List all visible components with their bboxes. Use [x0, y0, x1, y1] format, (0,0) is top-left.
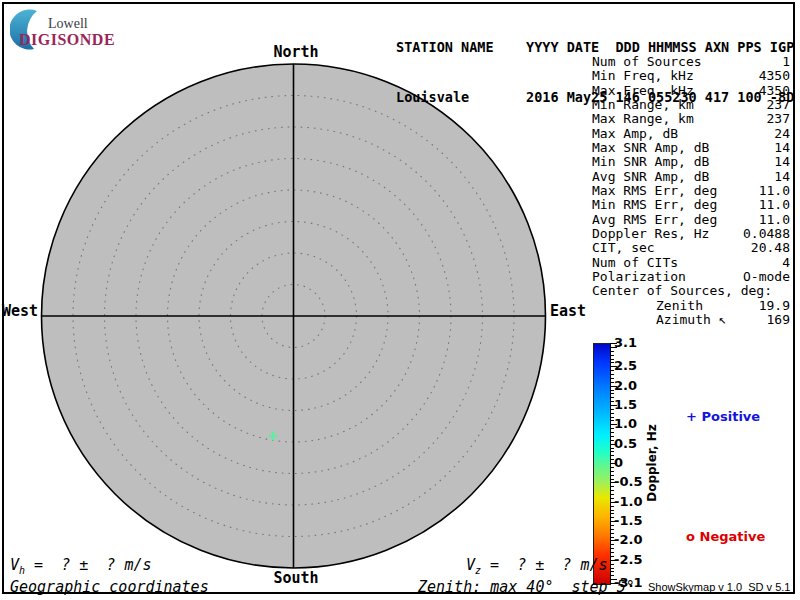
stat-value: O-mode: [743, 270, 790, 284]
stat-label: Doppler Res, Hz: [592, 227, 709, 241]
stat-row: Avg SNR Amp, dB 14: [592, 170, 790, 184]
measurement-stats-panel: Num of Sources 1 Min Freq, kHz 4350 Max …: [592, 55, 790, 327]
stat-row: Min Range, km 237: [592, 98, 790, 112]
colorbar-tick-label: -2.0: [614, 532, 642, 547]
stat-label: Num of CITs: [592, 256, 678, 270]
stat-row: Center of Sources, deg:: [592, 284, 790, 298]
stat-value: 11.0: [759, 213, 790, 227]
stat-value: 4350: [759, 69, 790, 83]
stat-row: Max Range, km 237: [592, 112, 790, 126]
colorbar-tick-label: 2.5: [614, 358, 637, 373]
stat-value: 19.9: [759, 299, 790, 313]
stat-value: 11.0: [759, 198, 790, 212]
legend-positive-label: Positive: [702, 409, 761, 424]
logo-text-lowell: Lowell: [48, 16, 88, 32]
stat-label: Avg RMS Err, deg: [592, 213, 717, 227]
stat-row: Min SNR Amp, dB 14: [592, 155, 790, 169]
stat-row: Doppler Res, Hz 0.0488: [592, 227, 790, 241]
stat-label: Azimuth ↖: [592, 313, 726, 327]
stat-row: Min Freq, kHz 4350: [592, 69, 790, 83]
stat-label: Max Amp, dB: [592, 127, 678, 141]
stat-value: 1: [782, 55, 790, 69]
stat-row: CIT, sec 20.48: [592, 241, 790, 255]
stat-value: 237: [767, 112, 790, 126]
stat-label: Min RMS Err, deg: [592, 198, 717, 212]
vertical-velocity-readout: Vz = ? ± ? m/s: [466, 556, 608, 576]
colorbar-tick-label: -1.0: [614, 494, 642, 509]
compass-label-north: North: [248, 43, 344, 61]
skymap-app-window: Lowell DIGISONDE STATION NAME YYYY DATE …: [0, 0, 800, 600]
colorbar-tick-label: 1.5: [614, 397, 637, 412]
stat-value: 20.48: [751, 241, 790, 255]
colorbar-tick-label: -1.5: [614, 513, 642, 528]
stat-label: Max SNR Amp, dB: [592, 141, 709, 155]
stat-row: Max Amp, dB 24: [592, 127, 790, 141]
zenith-range-note: Zenith: max 40° step 5°: [418, 578, 635, 596]
stat-value: 14: [774, 155, 790, 169]
legend-positive: + Positive: [668, 394, 760, 439]
compass-label-south: South: [248, 569, 344, 587]
stat-value: 0.0488: [743, 227, 790, 241]
stat-row: Min RMS Err, deg 11.0: [592, 198, 790, 212]
stat-value: 4350: [759, 84, 790, 98]
colorbar-tick-label: 3.1: [614, 335, 637, 350]
stat-label: Min Freq, kHz: [592, 69, 694, 83]
stat-label: CIT, sec: [592, 241, 655, 255]
stat-value: 4: [782, 256, 790, 270]
stat-row: Max RMS Err, deg 11.0: [592, 184, 790, 198]
software-version-label: ShowSkymap v 1.0 SD v 5.1: [648, 581, 790, 593]
stat-label: Max RMS Err, deg: [592, 184, 717, 198]
stat-label: Max Range, km: [592, 112, 694, 126]
colorbar-tick-label: 1.0: [614, 416, 637, 431]
horizontal-velocity-readout: Vh = ? ± ? m/s: [10, 556, 152, 576]
stat-row: Num of Sources 1: [592, 55, 790, 69]
colorbar-title: Doppler, Hz: [645, 424, 659, 502]
stat-row: Polarization O-mode: [592, 270, 790, 284]
stat-label: Max Freq, kHz: [592, 84, 694, 98]
plus-marker-icon: +: [686, 409, 697, 424]
stat-label: Min SNR Amp, dB: [592, 155, 709, 169]
legend-negative: o Negative: [668, 514, 765, 559]
circle-marker-icon: o: [686, 529, 695, 544]
stat-row: Zenith 19.9: [592, 299, 790, 313]
colorbar-tick-label: 0.5: [614, 436, 637, 451]
stat-value: 11.0: [759, 184, 790, 198]
compass-label-east: East: [550, 302, 610, 320]
stat-row: Max Freq, kHz 4350: [592, 84, 790, 98]
stat-label: Avg SNR Amp, dB: [592, 170, 709, 184]
stat-value: 24: [774, 127, 790, 141]
lowell-digisonde-logo: Lowell DIGISONDE: [10, 7, 120, 49]
stat-value: 237: [767, 98, 790, 112]
colorbar-tick-label: 2.0: [614, 378, 637, 393]
stat-label: Min Range, km: [592, 98, 694, 112]
compass-label-west: West: [0, 302, 38, 320]
stat-value: 14: [774, 141, 790, 155]
stat-label: Polarization: [592, 270, 686, 284]
colorbar-tick-label: -2.5: [614, 552, 642, 567]
legend-negative-label: Negative: [700, 529, 766, 544]
colorbar-tick-label: -0.5: [614, 474, 642, 489]
colorbar-tick-label: 0: [614, 455, 623, 470]
stat-row: Num of CITs 4: [592, 256, 790, 270]
logo-text-digisonde: DIGISONDE: [19, 31, 115, 49]
colorbar-gradient: [593, 343, 611, 585]
stat-value: 14: [774, 170, 790, 184]
stat-value: 169: [767, 313, 790, 327]
coordinate-system-label: Geographic coordinates: [10, 578, 209, 596]
stat-row: Azimuth ↖ 169: [592, 313, 790, 327]
stat-label: Center of Sources, deg:: [592, 284, 772, 298]
stat-row: Avg RMS Err, deg 11.0: [592, 213, 790, 227]
stat-label: Num of Sources: [592, 55, 702, 69]
stat-row: Max SNR Amp, dB 14: [592, 141, 790, 155]
